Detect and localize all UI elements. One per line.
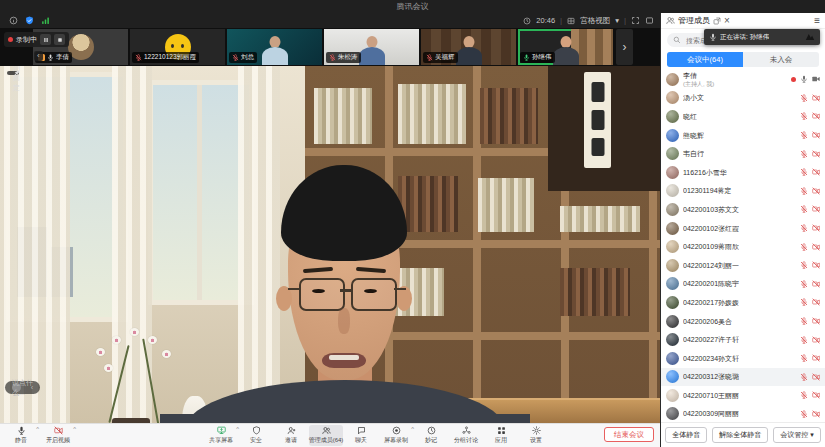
mic-off-icon[interactable] [800,354,808,362]
participant-row[interactable]: 042200124刘丽一 [661,256,825,275]
toolbar-item-record[interactable]: 屏幕录制^ [379,425,413,446]
mic-off-icon[interactable] [800,391,808,399]
toolbar-item-camera-off[interactable]: 开启视频^ [41,425,75,446]
participant-row[interactable]: 042200312张晓璐 [661,368,825,387]
participant-row[interactable]: 042200309同丽丽 [661,405,825,422]
close-panel-icon[interactable]: × [724,16,730,26]
caret-up-icon[interactable]: ^ [36,426,39,432]
toolbar-item-mic[interactable]: 静音^ [4,425,38,446]
toolbar-item-clock[interactable]: 妙记 [414,425,448,446]
participant-row[interactable]: 042200201陈晓宇 [661,275,825,294]
tab-in-meeting[interactable]: 会议中(64) [667,52,743,67]
video-thumbnail[interactable]: 122210123郭丽霞 [130,29,225,65]
mic-off-icon[interactable] [800,187,808,195]
mic-off-icon[interactable] [800,224,808,232]
filmstrip-collapse-arrow[interactable]: ‹ [34,51,43,61]
camera-off-icon[interactable] [812,131,820,139]
panel-menu-icon[interactable]: ≡ [814,15,820,26]
participant-row[interactable]: 韦自行 [661,144,825,163]
toolbar-item-gear[interactable]: 设置 [519,425,553,446]
view-mode-label[interactable]: 宫格视图 [580,16,610,26]
participant-row[interactable]: 晓红 [661,107,825,126]
grid-view-icon[interactable] [567,17,575,25]
camera-off-icon[interactable] [812,280,820,288]
participant-row[interactable]: 042200103苏文文 [661,200,825,219]
mic-off-icon[interactable] [800,131,808,139]
fullscreen-icon[interactable] [631,16,640,25]
window-mode-icon[interactable] [645,16,654,25]
tab-not-joined[interactable]: 未入会 [743,52,819,67]
participant-row[interactable]: 116216小雪华 [661,163,825,182]
mic-off-icon[interactable] [800,373,808,381]
camera-off-icon[interactable] [812,187,820,195]
participant-row[interactable]: 汤小文 [661,89,825,108]
toolbar-item-breakout[interactable]: 分组讨论 [449,425,483,446]
participant-row[interactable]: 042200206吴合 [661,312,825,331]
next-page-button[interactable]: › [616,29,633,65]
shield-check-icon[interactable] [25,16,34,25]
participant-row[interactable]: 李倩(主持人, 我) [661,70,825,89]
camera-off-icon[interactable] [812,94,820,102]
camera-off-icon[interactable] [812,112,820,120]
toolbar-item-apps[interactable]: 应用 [484,425,518,446]
mic-off-icon[interactable] [800,150,808,158]
camera-off-icon[interactable] [812,317,820,325]
camera-off-icon[interactable] [812,373,820,381]
mic-off-icon[interactable] [800,205,808,213]
camera-off-icon[interactable] [812,224,820,232]
camera-off-icon[interactable] [812,354,820,362]
end-meeting-button[interactable]: 结束会议 [604,427,654,442]
participant-row[interactable]: 042200227许子轩 [661,330,825,349]
thumbnail-strip: 李倩122210123郭丽霞刘总朱松涛吴福辉孙继伟 [33,29,613,65]
participant-row[interactable]: 042200217孙媛媛 [661,293,825,312]
video-thumbnail[interactable]: 刘总 [227,29,322,65]
participant-row[interactable]: 042200102张红霞 [661,219,825,238]
mic-off-icon[interactable] [800,112,808,120]
info-icon[interactable] [9,16,18,25]
main-video-feed[interactable]: 取消固定 说点什么... | ‹ [0,66,660,424]
camera-off-icon[interactable] [812,336,820,344]
stop-recording-button[interactable] [54,34,65,45]
participant-row[interactable]: 012301194蒋定 [661,182,825,201]
footer-button-1[interactable]: 解除全体静音 [712,427,768,443]
footer-button-2[interactable]: 会议管控 ▾ [773,427,820,443]
mic-icon[interactable] [800,75,808,83]
mic-off-icon[interactable] [800,298,808,306]
toolbar-item-screen-share[interactable]: 共享屏幕^ [204,425,238,446]
camera-off-icon[interactable] [812,298,820,306]
camera-off-icon[interactable] [812,150,820,158]
mic-off-icon[interactable] [800,243,808,251]
camera-off-icon[interactable] [812,391,820,399]
unpin-button[interactable]: 取消固定 [7,71,19,75]
participant-row[interactable]: 熊晓辉 [661,126,825,145]
mic-off-icon[interactable] [800,261,808,269]
camera-off-icon[interactable] [812,243,820,251]
participant-row[interactable]: 042200710王丽丽 [661,386,825,405]
toolbar-item-people[interactable]: 管理成员(64) [309,425,343,446]
toolbar-item-person-plus[interactable]: 邀请 [274,425,308,446]
camera-off-icon[interactable] [812,205,820,213]
caret-up-icon[interactable]: ^ [73,426,76,432]
participant-row[interactable]: 042200109蒋雨欣 [661,237,825,256]
mic-off-icon[interactable] [800,410,808,418]
footer-button-0[interactable]: 全体静音 [665,427,707,443]
video-thumbnail[interactable]: 孙继伟 [518,29,613,65]
camera-off-icon[interactable] [812,261,820,269]
popout-icon[interactable] [713,17,721,25]
mic-off-icon[interactable] [800,280,808,288]
video-thumbnail[interactable]: 朱松涛 [324,29,419,65]
quick-message-bar[interactable]: 说点什么... | ‹ [5,381,40,394]
camera-off-icon[interactable] [812,168,820,176]
mic-off-icon[interactable] [800,336,808,344]
camera-icon[interactable] [812,75,820,83]
mic-off-icon[interactable] [800,94,808,102]
mic-off-icon[interactable] [800,317,808,325]
toolbar-item-chat[interactable]: 聊天 [344,425,378,446]
pause-recording-button[interactable] [40,34,51,45]
video-thumbnail[interactable]: 吴福辉 [421,29,516,65]
mic-off-icon[interactable] [800,168,808,176]
toolbar-item-shield[interactable]: 安全 [239,425,273,446]
participant-row[interactable]: 042200234孙文轩 [661,349,825,368]
view-mode-caret[interactable]: ▾ [615,16,619,25]
camera-off-icon[interactable] [812,410,820,418]
